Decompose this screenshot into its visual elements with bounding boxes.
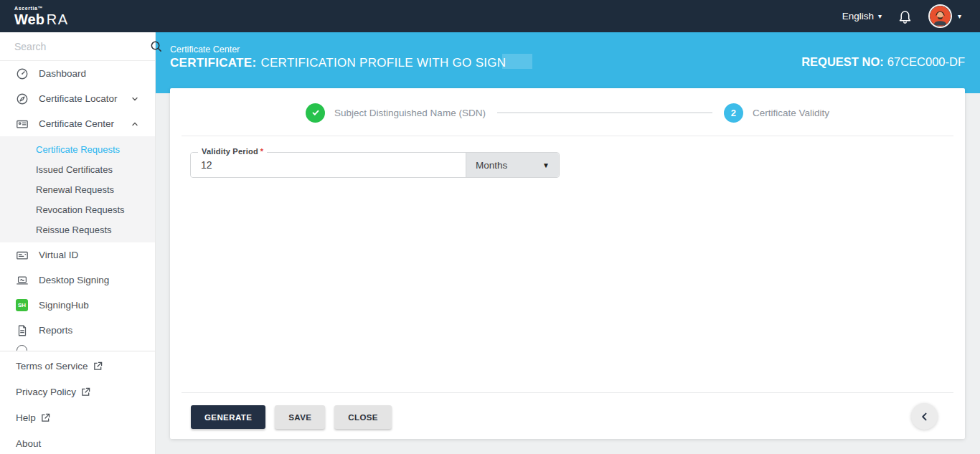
id-card-icon bbox=[16, 118, 29, 131]
notifications-bell-icon[interactable] bbox=[897, 9, 913, 24]
submenu-item-reissue-requests[interactable]: Reissue Requests bbox=[0, 219, 155, 240]
link-privacy-policy[interactable]: Privacy Policy bbox=[0, 379, 155, 405]
validity-unit-value: Months bbox=[476, 160, 507, 171]
request-number: REQUEST NO:67CEC000-DF bbox=[801, 55, 965, 69]
sidebar-item-dashboard[interactable]: Dashboard bbox=[0, 61, 155, 86]
wizard-card: Subject Distinguished Name (SDN) 2 Certi… bbox=[170, 88, 965, 439]
caret-down-icon: ▾ bbox=[958, 12, 961, 20]
sidebar-item-label: Certificate Locator bbox=[39, 93, 118, 104]
chevron-down-icon bbox=[131, 95, 139, 103]
sidebar-item-signinghub[interactable]: SH SigningHub bbox=[0, 293, 155, 318]
validity-period-label: Validity Period* bbox=[198, 147, 267, 156]
sidebar-item-label: SigningHub bbox=[39, 300, 89, 311]
signinghub-badge-icon: SH bbox=[16, 299, 29, 312]
generate-button[interactable]: GENERATE bbox=[191, 405, 265, 429]
step-1-label: Subject Distinguished Name (SDN) bbox=[334, 108, 486, 118]
external-link-icon bbox=[93, 361, 103, 371]
laptop-signing-icon bbox=[16, 274, 29, 287]
step-2-label: Certificate Validity bbox=[753, 108, 829, 118]
validity-period-field-group: Validity Period* Months ▼ bbox=[190, 152, 560, 178]
caret-down-icon: ▾ bbox=[878, 12, 882, 20]
actions-divider bbox=[182, 392, 953, 393]
step-complete-check-icon bbox=[306, 103, 325, 123]
step-2-number-badge: 2 bbox=[724, 103, 743, 123]
sidebar-item-label: Virtual ID bbox=[39, 250, 78, 260]
sidebar-item-virtual-id[interactable]: Virtual ID bbox=[0, 242, 155, 268]
request-number-label: REQUEST NO: bbox=[801, 55, 884, 68]
logo-company-text: Ascertia™ bbox=[14, 6, 69, 11]
action-buttons: GENERATE SAVE CLOSE bbox=[191, 405, 392, 429]
external-link-icon bbox=[81, 387, 90, 397]
submenu-item-issued-certificates[interactable]: Issued Certificates bbox=[0, 159, 155, 179]
validity-period-input[interactable] bbox=[191, 153, 466, 177]
breadcrumb: Certificate Center bbox=[170, 44, 240, 55]
topbar-actions: English ▾ ▾ bbox=[842, 4, 961, 28]
page-title-label: CERTIFICATE: bbox=[170, 56, 256, 70]
wizard-stepper: Subject Distinguished Name (SDN) 2 Certi… bbox=[170, 103, 965, 123]
search-input[interactable] bbox=[14, 41, 144, 52]
request-number-value: 67CEC000-DF bbox=[887, 55, 965, 68]
language-label: English bbox=[842, 11, 874, 22]
sidebar-item-reports[interactable]: Reports bbox=[0, 318, 155, 343]
report-document-icon bbox=[16, 324, 29, 337]
logo-product-text: WebRA bbox=[14, 12, 69, 27]
chevron-up-icon bbox=[131, 120, 139, 128]
main-content: Certificate Center CERTIFICATE:CERTIFICA… bbox=[156, 32, 980, 454]
certificate-center-submenu: Certificate Requests Issued Certificates… bbox=[0, 136, 155, 242]
submenu-item-certificate-requests[interactable]: Certificate Requests bbox=[0, 139, 155, 159]
language-selector[interactable]: English ▾ bbox=[842, 11, 882, 22]
dashboard-gauge-icon bbox=[16, 67, 29, 80]
page-header-band: Certificate Center CERTIFICATE:CERTIFICA… bbox=[156, 32, 980, 93]
external-link-icon bbox=[41, 413, 50, 422]
submenu-item-renewal-requests[interactable]: Renewal Requests bbox=[0, 179, 155, 199]
link-about[interactable]: About bbox=[0, 430, 155, 454]
close-button[interactable]: CLOSE bbox=[334, 405, 392, 429]
page-title: CERTIFICATE:CERTIFICATION PROFILE WITH G… bbox=[170, 56, 506, 70]
validity-unit-select[interactable]: Months ▼ bbox=[466, 153, 559, 177]
step-2-certificate-validity[interactable]: 2 Certificate Validity bbox=[724, 103, 829, 123]
step-1-sdn[interactable]: Subject Distinguished Name (SDN) bbox=[306, 103, 486, 123]
chevron-left-icon bbox=[919, 411, 930, 422]
stepper-divider bbox=[182, 136, 953, 136]
submenu-item-revocation-requests[interactable]: Revocation Requests bbox=[0, 199, 155, 219]
back-step-button[interactable] bbox=[911, 403, 938, 430]
top-navbar: Ascertia™ WebRA English ▾ ▾ bbox=[0, 0, 980, 32]
sidebar-item-certificate-center[interactable]: Certificate Center bbox=[0, 111, 155, 136]
user-menu[interactable]: ▾ bbox=[928, 4, 961, 28]
link-help[interactable]: Help bbox=[0, 405, 155, 430]
virtual-id-card-icon bbox=[16, 249, 29, 262]
sidebar-search bbox=[0, 32, 155, 61]
sidebar: Dashboard Certificate Locator Certificat… bbox=[0, 32, 156, 454]
sidebar-footer: Terms of Service Privacy Policy Help Abo… bbox=[0, 351, 155, 454]
sidebar-item-desktop-signing[interactable]: Desktop Signing bbox=[0, 268, 155, 293]
sidebar-item-label: Desktop Signing bbox=[39, 275, 109, 285]
avatar bbox=[928, 4, 952, 28]
search-icon[interactable] bbox=[150, 40, 162, 52]
sidebar-item-label: Reports bbox=[39, 325, 72, 336]
stepper-connector bbox=[497, 112, 712, 113]
webra-logo[interactable]: Ascertia™ WebRA bbox=[14, 6, 69, 27]
link-terms-of-service[interactable]: Terms of Service bbox=[0, 353, 155, 379]
title-highlight bbox=[502, 54, 532, 69]
sidebar-item-label: Certificate Center bbox=[39, 118, 114, 129]
save-button[interactable]: SAVE bbox=[275, 405, 325, 429]
sidebar-item-certificate-locator[interactable]: Certificate Locator bbox=[0, 86, 155, 111]
required-asterisk: * bbox=[260, 147, 263, 156]
page-title-value: CERTIFICATION PROFILE WITH GO SIGN bbox=[260, 56, 506, 70]
sidebar-item-label: Dashboard bbox=[39, 68, 86, 79]
dropdown-caret-icon: ▼ bbox=[542, 161, 550, 169]
compass-icon bbox=[16, 93, 29, 105]
